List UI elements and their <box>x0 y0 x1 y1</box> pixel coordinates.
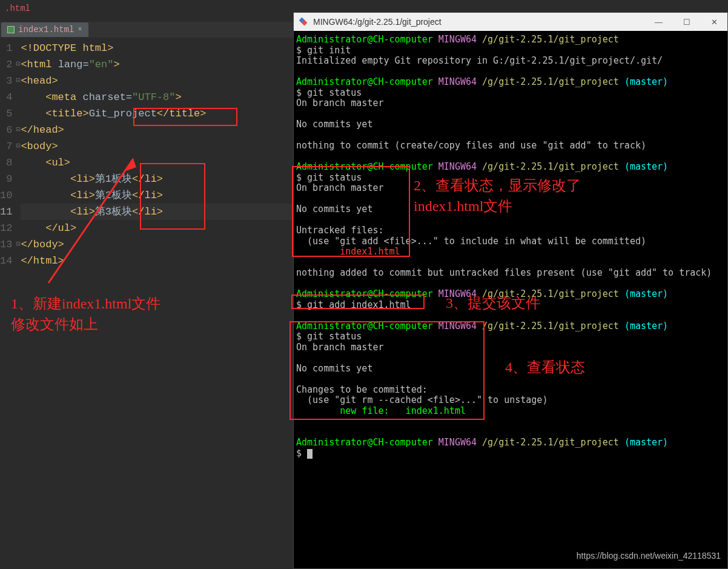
annotation-2: 2、查看状态，显示修改了 index1.html文件 <box>414 176 581 216</box>
annotation-1: 1、新建index1.html文件 修改文件如上 <box>11 294 160 334</box>
highlight-box-list <box>140 163 205 230</box>
close-icon[interactable]: × <box>78 25 82 34</box>
window-titlebar[interactable]: MINGW64:/g/git-2.25.1/git_project — ☐ ✕ <box>294 13 727 31</box>
tab-label: index1.html <box>18 25 74 35</box>
annotation-4: 4、查看状态 <box>505 358 585 378</box>
annotation-3: 3、提交该文件 <box>446 293 540 314</box>
arrow-annotation <box>42 153 139 289</box>
html-file-icon <box>7 26 15 33</box>
window-controls: — ☐ ✕ <box>650 16 723 28</box>
terminal-window: MINGW64:/g/git-2.25.1/git_project — ☐ ✕ … <box>293 12 728 569</box>
mingw-icon <box>299 17 308 27</box>
window-title: MINGW64:/g/git-2.25.1/git_project <box>313 17 442 27</box>
file-tab[interactable]: index1.html × <box>1 22 88 37</box>
highlight-box-status1 <box>292 166 410 257</box>
svg-line-0 <box>48 159 133 283</box>
tab-bar: index1.html × <box>0 22 293 38</box>
highlight-box-title <box>133 108 237 126</box>
maximize-button[interactable]: ☐ <box>678 16 695 28</box>
highlight-box-add <box>291 294 425 309</box>
file-path: .html <box>0 0 293 15</box>
minimize-button[interactable]: — <box>650 16 667 28</box>
close-button[interactable]: ✕ <box>706 16 723 28</box>
highlight-box-status2 <box>290 321 485 420</box>
watermark: https://blog.csdn.net/weixin_42118531 <box>577 551 721 561</box>
cursor <box>307 449 313 459</box>
